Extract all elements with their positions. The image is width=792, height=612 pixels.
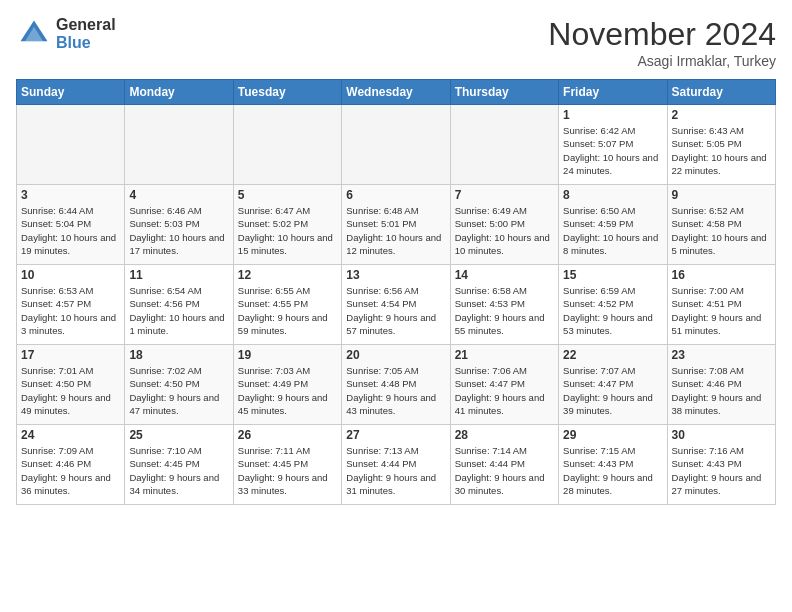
day-number: 21 <box>455 348 554 362</box>
title-block: November 2024 Asagi Irmaklar, Turkey <box>548 16 776 69</box>
day-info: Sunrise: 6:54 AM Sunset: 4:56 PM Dayligh… <box>129 284 228 337</box>
calendar-week-2: 3Sunrise: 6:44 AM Sunset: 5:04 PM Daylig… <box>17 185 776 265</box>
day-number: 9 <box>672 188 771 202</box>
day-number: 27 <box>346 428 445 442</box>
month-title: November 2024 <box>548 16 776 53</box>
calendar-cell: 10Sunrise: 6:53 AM Sunset: 4:57 PM Dayli… <box>17 265 125 345</box>
day-info: Sunrise: 6:53 AM Sunset: 4:57 PM Dayligh… <box>21 284 120 337</box>
logo-icon <box>16 16 52 52</box>
day-info: Sunrise: 6:49 AM Sunset: 5:00 PM Dayligh… <box>455 204 554 257</box>
logo-words: General Blue <box>56 16 116 51</box>
day-number: 7 <box>455 188 554 202</box>
day-info: Sunrise: 7:02 AM Sunset: 4:50 PM Dayligh… <box>129 364 228 417</box>
calendar-cell: 4Sunrise: 6:46 AM Sunset: 5:03 PM Daylig… <box>125 185 233 265</box>
day-header-friday: Friday <box>559 80 667 105</box>
day-info: Sunrise: 6:56 AM Sunset: 4:54 PM Dayligh… <box>346 284 445 337</box>
header: General Blue November 2024 Asagi Irmakla… <box>16 16 776 69</box>
day-number: 12 <box>238 268 337 282</box>
day-number: 14 <box>455 268 554 282</box>
day-header-saturday: Saturday <box>667 80 775 105</box>
day-info: Sunrise: 6:43 AM Sunset: 5:05 PM Dayligh… <box>672 124 771 177</box>
day-info: Sunrise: 6:47 AM Sunset: 5:02 PM Dayligh… <box>238 204 337 257</box>
day-info: Sunrise: 7:06 AM Sunset: 4:47 PM Dayligh… <box>455 364 554 417</box>
calendar-week-3: 10Sunrise: 6:53 AM Sunset: 4:57 PM Dayli… <box>17 265 776 345</box>
day-number: 15 <box>563 268 662 282</box>
calendar-cell: 1Sunrise: 6:42 AM Sunset: 5:07 PM Daylig… <box>559 105 667 185</box>
day-info: Sunrise: 6:42 AM Sunset: 5:07 PM Dayligh… <box>563 124 662 177</box>
day-header-tuesday: Tuesday <box>233 80 341 105</box>
day-number: 17 <box>21 348 120 362</box>
subtitle: Asagi Irmaklar, Turkey <box>548 53 776 69</box>
calendar-week-4: 17Sunrise: 7:01 AM Sunset: 4:50 PM Dayli… <box>17 345 776 425</box>
day-info: Sunrise: 6:48 AM Sunset: 5:01 PM Dayligh… <box>346 204 445 257</box>
calendar-week-5: 24Sunrise: 7:09 AM Sunset: 4:46 PM Dayli… <box>17 425 776 505</box>
logo-general-text: General <box>56 16 116 34</box>
day-number: 29 <box>563 428 662 442</box>
day-number: 30 <box>672 428 771 442</box>
day-info: Sunrise: 7:15 AM Sunset: 4:43 PM Dayligh… <box>563 444 662 497</box>
day-number: 23 <box>672 348 771 362</box>
day-info: Sunrise: 7:13 AM Sunset: 4:44 PM Dayligh… <box>346 444 445 497</box>
calendar-header-row: SundayMondayTuesdayWednesdayThursdayFrid… <box>17 80 776 105</box>
calendar-cell: 13Sunrise: 6:56 AM Sunset: 4:54 PM Dayli… <box>342 265 450 345</box>
calendar-cell: 27Sunrise: 7:13 AM Sunset: 4:44 PM Dayli… <box>342 425 450 505</box>
calendar-cell <box>233 105 341 185</box>
day-info: Sunrise: 6:58 AM Sunset: 4:53 PM Dayligh… <box>455 284 554 337</box>
calendar-cell: 8Sunrise: 6:50 AM Sunset: 4:59 PM Daylig… <box>559 185 667 265</box>
calendar-cell: 28Sunrise: 7:14 AM Sunset: 4:44 PM Dayli… <box>450 425 558 505</box>
calendar-cell <box>125 105 233 185</box>
calendar-week-1: 1Sunrise: 6:42 AM Sunset: 5:07 PM Daylig… <box>17 105 776 185</box>
calendar-cell: 22Sunrise: 7:07 AM Sunset: 4:47 PM Dayli… <box>559 345 667 425</box>
calendar-cell: 3Sunrise: 6:44 AM Sunset: 5:04 PM Daylig… <box>17 185 125 265</box>
day-number: 6 <box>346 188 445 202</box>
calendar-cell: 9Sunrise: 6:52 AM Sunset: 4:58 PM Daylig… <box>667 185 775 265</box>
day-info: Sunrise: 7:05 AM Sunset: 4:48 PM Dayligh… <box>346 364 445 417</box>
day-info: Sunrise: 7:16 AM Sunset: 4:43 PM Dayligh… <box>672 444 771 497</box>
day-number: 26 <box>238 428 337 442</box>
day-info: Sunrise: 7:14 AM Sunset: 4:44 PM Dayligh… <box>455 444 554 497</box>
day-number: 20 <box>346 348 445 362</box>
calendar-cell: 30Sunrise: 7:16 AM Sunset: 4:43 PM Dayli… <box>667 425 775 505</box>
logo: General Blue <box>16 16 116 52</box>
day-number: 3 <box>21 188 120 202</box>
day-number: 16 <box>672 268 771 282</box>
day-info: Sunrise: 6:55 AM Sunset: 4:55 PM Dayligh… <box>238 284 337 337</box>
calendar-cell <box>342 105 450 185</box>
day-info: Sunrise: 6:44 AM Sunset: 5:04 PM Dayligh… <box>21 204 120 257</box>
day-number: 22 <box>563 348 662 362</box>
day-number: 28 <box>455 428 554 442</box>
calendar-cell: 20Sunrise: 7:05 AM Sunset: 4:48 PM Dayli… <box>342 345 450 425</box>
day-info: Sunrise: 7:07 AM Sunset: 4:47 PM Dayligh… <box>563 364 662 417</box>
calendar-cell: 23Sunrise: 7:08 AM Sunset: 4:46 PM Dayli… <box>667 345 775 425</box>
calendar-cell: 16Sunrise: 7:00 AM Sunset: 4:51 PM Dayli… <box>667 265 775 345</box>
day-info: Sunrise: 7:01 AM Sunset: 4:50 PM Dayligh… <box>21 364 120 417</box>
day-number: 24 <box>21 428 120 442</box>
calendar-cell: 26Sunrise: 7:11 AM Sunset: 4:45 PM Dayli… <box>233 425 341 505</box>
calendar-cell: 24Sunrise: 7:09 AM Sunset: 4:46 PM Dayli… <box>17 425 125 505</box>
day-info: Sunrise: 7:10 AM Sunset: 4:45 PM Dayligh… <box>129 444 228 497</box>
calendar-cell: 14Sunrise: 6:58 AM Sunset: 4:53 PM Dayli… <box>450 265 558 345</box>
day-number: 1 <box>563 108 662 122</box>
day-number: 25 <box>129 428 228 442</box>
day-info: Sunrise: 7:09 AM Sunset: 4:46 PM Dayligh… <box>21 444 120 497</box>
day-number: 2 <box>672 108 771 122</box>
day-info: Sunrise: 7:11 AM Sunset: 4:45 PM Dayligh… <box>238 444 337 497</box>
calendar-cell <box>450 105 558 185</box>
calendar-cell: 12Sunrise: 6:55 AM Sunset: 4:55 PM Dayli… <box>233 265 341 345</box>
calendar-cell: 2Sunrise: 6:43 AM Sunset: 5:05 PM Daylig… <box>667 105 775 185</box>
calendar-cell: 19Sunrise: 7:03 AM Sunset: 4:49 PM Dayli… <box>233 345 341 425</box>
calendar-cell: 17Sunrise: 7:01 AM Sunset: 4:50 PM Dayli… <box>17 345 125 425</box>
day-header-wednesday: Wednesday <box>342 80 450 105</box>
calendar-cell: 18Sunrise: 7:02 AM Sunset: 4:50 PM Dayli… <box>125 345 233 425</box>
calendar-table: SundayMondayTuesdayWednesdayThursdayFrid… <box>16 79 776 505</box>
calendar-cell: 5Sunrise: 6:47 AM Sunset: 5:02 PM Daylig… <box>233 185 341 265</box>
calendar-cell: 29Sunrise: 7:15 AM Sunset: 4:43 PM Dayli… <box>559 425 667 505</box>
logo-blue-text: Blue <box>56 34 116 52</box>
day-info: Sunrise: 6:52 AM Sunset: 4:58 PM Dayligh… <box>672 204 771 257</box>
day-number: 8 <box>563 188 662 202</box>
day-info: Sunrise: 7:03 AM Sunset: 4:49 PM Dayligh… <box>238 364 337 417</box>
calendar-cell: 7Sunrise: 6:49 AM Sunset: 5:00 PM Daylig… <box>450 185 558 265</box>
day-info: Sunrise: 6:50 AM Sunset: 4:59 PM Dayligh… <box>563 204 662 257</box>
calendar-cell: 6Sunrise: 6:48 AM Sunset: 5:01 PM Daylig… <box>342 185 450 265</box>
day-info: Sunrise: 6:46 AM Sunset: 5:03 PM Dayligh… <box>129 204 228 257</box>
